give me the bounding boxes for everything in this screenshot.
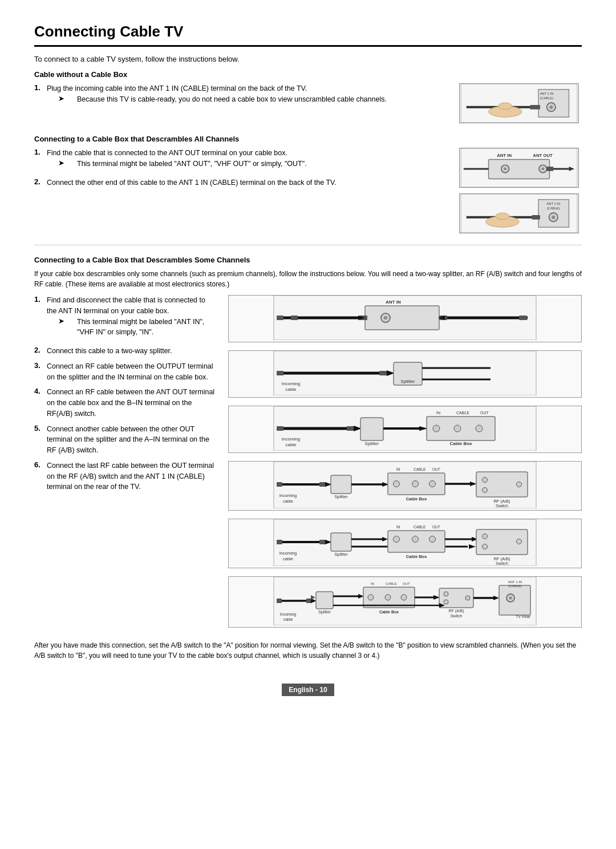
arrow-icon: ➤ bbox=[58, 159, 64, 169]
step-number: 4. bbox=[34, 387, 43, 395]
diagram-row-3: Incoming cable Splitter IN C bbox=[228, 406, 582, 453]
section-cable-all-channels: Connecting to a Cable Box that Descrambl… bbox=[34, 135, 582, 233]
svg-rect-51 bbox=[379, 371, 387, 375]
svg-rect-161 bbox=[499, 585, 530, 615]
svg-rect-139 bbox=[316, 592, 333, 609]
svg-rect-62 bbox=[347, 426, 355, 431]
svg-point-165 bbox=[509, 597, 512, 600]
section2-title: Connecting to a Cable Box that Descrambl… bbox=[34, 135, 582, 143]
svg-point-93 bbox=[429, 481, 436, 487]
svg-text:CABLE: CABLE bbox=[456, 411, 469, 415]
svg-point-131 bbox=[517, 539, 522, 544]
svg-text:Cable Box: Cable Box bbox=[449, 441, 472, 446]
svg-text:cable: cable bbox=[283, 617, 293, 621]
svg-rect-83 bbox=[331, 475, 351, 494]
svg-text:IN: IN bbox=[436, 411, 440, 415]
svg-point-149 bbox=[401, 595, 407, 600]
section2-diagrams: ANT IN ANT OUT ANT 1 IN bbox=[456, 148, 582, 233]
svg-text:Cable Box: Cable Box bbox=[406, 554, 428, 559]
svg-point-100 bbox=[483, 478, 488, 483]
step-text: Find and disconnect the cable that is co… bbox=[47, 296, 205, 315]
svg-point-74 bbox=[476, 425, 483, 432]
svg-text:Switch: Switch bbox=[496, 561, 508, 566]
diagram-row-4: Incoming cable Splitter IN C bbox=[228, 461, 582, 511]
svg-point-17 bbox=[541, 168, 544, 171]
svg-point-157 bbox=[444, 600, 448, 604]
page-label: English - 10 bbox=[282, 684, 334, 696]
diagram-ant-in-cable: ANT 1 IN (CABLE) bbox=[459, 83, 579, 123]
svg-text:RF (A/B): RF (A/B) bbox=[448, 609, 464, 613]
svg-rect-29 bbox=[532, 215, 540, 220]
svg-text:Splitter: Splitter bbox=[334, 494, 348, 499]
diagram-svg-3: Incoming cable Splitter IN C bbox=[229, 406, 581, 451]
step-text: Connect an RF cable between the OUTPUT t… bbox=[47, 362, 213, 381]
footer-center: English - 10 bbox=[34, 672, 582, 696]
svg-point-5 bbox=[549, 106, 553, 109]
step-number: 6. bbox=[34, 460, 43, 469]
section1-diagram: ANT 1 IN (CABLE) bbox=[456, 83, 582, 123]
svg-text:Splitter: Splitter bbox=[318, 610, 331, 614]
svg-text:IN: IN bbox=[371, 582, 374, 585]
svg-text:(CABLE): (CABLE) bbox=[508, 584, 522, 588]
step-number: 5. bbox=[34, 424, 43, 432]
svg-rect-7 bbox=[530, 105, 540, 110]
step-text: Connect another cable between the other … bbox=[47, 425, 209, 455]
svg-text:Incoming: Incoming bbox=[279, 493, 297, 498]
step-number: 2. bbox=[34, 346, 43, 354]
section3-title: Connecting to a Cable Box that Descrambl… bbox=[34, 256, 582, 264]
step-3-1: 1. Find and disconnect the cable that is… bbox=[34, 295, 217, 341]
svg-rect-110 bbox=[331, 533, 351, 551]
svg-text:Cable Box: Cable Box bbox=[379, 610, 399, 614]
step-text: Connect the other end of this cable to t… bbox=[47, 179, 337, 187]
svg-point-121 bbox=[429, 536, 436, 543]
svg-text:Incoming: Incoming bbox=[279, 551, 297, 556]
step-1-1: 1. Plug the incoming cable into the ANT … bbox=[34, 83, 445, 108]
diagram-row-5: Incoming cable Splitter IN CABLE OUT bbox=[228, 519, 582, 568]
svg-point-72 bbox=[433, 425, 440, 432]
step-number: 2. bbox=[34, 177, 43, 186]
step-text: Connect this cable to a two-way splitter… bbox=[47, 347, 172, 355]
section3-content: 1. Find and disconnect the cable that is… bbox=[34, 295, 582, 631]
section3-intro: If your cable box descrambles only some … bbox=[34, 269, 582, 289]
svg-point-101 bbox=[483, 488, 488, 493]
step-number: 3. bbox=[34, 361, 43, 370]
svg-text:CABLE: CABLE bbox=[414, 525, 426, 529]
svg-text:Switch: Switch bbox=[496, 503, 508, 508]
diagram-svg-4: Incoming cable Splitter IN C bbox=[229, 462, 581, 508]
svg-text:cable: cable bbox=[285, 387, 297, 392]
svg-text:cable: cable bbox=[283, 499, 293, 504]
svg-point-148 bbox=[385, 595, 391, 600]
svg-text:ANT 1 IN: ANT 1 IN bbox=[540, 92, 554, 95]
svg-text:ANT 1 IN: ANT 1 IN bbox=[546, 202, 560, 205]
footer-closing-text: After you have made this connection, set… bbox=[34, 640, 582, 661]
section1-title: Cable without a Cable Box bbox=[34, 70, 582, 79]
step-text: Plug the incoming cable into the ANT 1 I… bbox=[47, 84, 307, 92]
step-sub-text: This terminal might be labeled "ANT IN",… bbox=[77, 317, 217, 338]
svg-text:cable: cable bbox=[285, 442, 297, 447]
svg-point-129 bbox=[483, 534, 488, 539]
svg-text:Incoming: Incoming bbox=[280, 612, 297, 617]
svg-rect-21 bbox=[547, 167, 554, 171]
svg-text:OUT: OUT bbox=[432, 525, 440, 529]
svg-rect-64 bbox=[360, 418, 383, 440]
step-sub-item: ➤ Because this TV is cable-ready, you do… bbox=[58, 94, 387, 105]
svg-point-91 bbox=[394, 481, 400, 487]
svg-text:ANT IN: ANT IN bbox=[497, 153, 512, 158]
svg-point-92 bbox=[412, 481, 419, 487]
diagram-svg-2: Incoming cable Splitter bbox=[229, 351, 581, 395]
step-text: Connect the last RF cable between the OU… bbox=[47, 462, 214, 491]
svg-point-158 bbox=[465, 596, 470, 600]
svg-rect-44 bbox=[519, 316, 527, 320]
section-divider bbox=[34, 245, 582, 245]
svg-point-130 bbox=[483, 544, 488, 549]
step-sub-text: Because this TV is cable-ready, you do n… bbox=[77, 94, 387, 105]
svg-point-120 bbox=[412, 536, 419, 543]
svg-text:Splitter: Splitter bbox=[334, 552, 348, 557]
step-number: 1. bbox=[34, 148, 43, 156]
svg-rect-50 bbox=[277, 371, 283, 375]
section3-diagrams: ANT IN bbox=[228, 295, 582, 631]
svg-point-36 bbox=[384, 316, 387, 320]
svg-text:(CABLE): (CABLE) bbox=[540, 96, 553, 100]
svg-text:Incoming: Incoming bbox=[282, 436, 300, 442]
svg-point-156 bbox=[444, 592, 448, 596]
